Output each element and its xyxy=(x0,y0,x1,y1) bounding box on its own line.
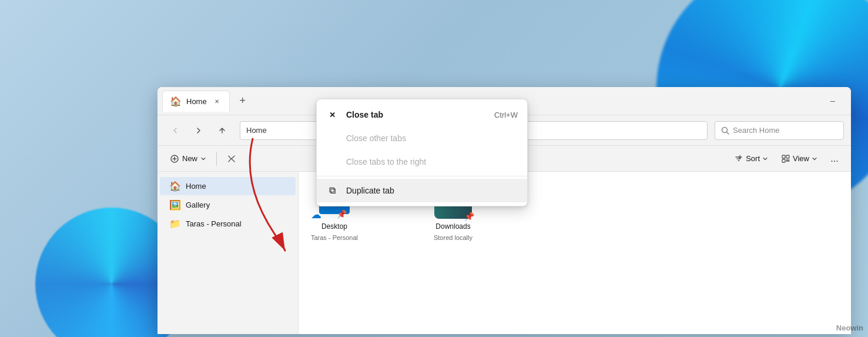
new-chevron-icon xyxy=(201,156,206,161)
more-options-button[interactable]: ... xyxy=(825,149,844,168)
new-button[interactable]: New xyxy=(165,149,212,168)
pin-icon: 📌 xyxy=(337,209,347,219)
new-label: New xyxy=(182,154,197,163)
sidebar-home-label: Home xyxy=(186,182,206,191)
home-tab-icon: 🏠 xyxy=(170,96,182,107)
close-other-label: Close other tabs xyxy=(346,134,406,143)
downloads-file-sub: Stored locally xyxy=(434,234,472,241)
desktop-file-sub: Taras - Personal xyxy=(311,234,358,241)
address-text: Home xyxy=(246,126,267,135)
gallery-sidebar-icon: 🖼️ xyxy=(169,199,181,211)
view-label: View xyxy=(793,154,809,163)
sidebar: 🏠 Home 🖼️ Gallery 📁 Taras - Personal xyxy=(157,172,299,334)
desktop-file-name: Desktop xyxy=(321,222,347,231)
close-tab-label: Close tab xyxy=(346,110,383,119)
close-tab-icon: ✕ xyxy=(326,109,338,121)
close-tab-shortcut: Ctrl+W xyxy=(494,111,518,119)
svg-rect-7 xyxy=(782,159,785,162)
sidebar-item-home[interactable]: 🏠 Home xyxy=(160,177,296,195)
cloud-icon: ☁ xyxy=(311,208,321,221)
separator-1 xyxy=(216,152,217,166)
neowin-watermark: Neowin xyxy=(836,323,863,332)
cut-button[interactable] xyxy=(222,149,242,168)
menu-item-duplicate-tab[interactable]: ⧉ Duplicate tab xyxy=(317,179,527,202)
tab-home[interactable]: 🏠 Home ✕ xyxy=(162,91,230,112)
tab-home-label: Home xyxy=(186,97,207,106)
personal-sidebar-icon: 📁 xyxy=(169,218,181,229)
duplicate-tab-icon: ⧉ xyxy=(326,185,338,196)
sidebar-gallery-label: Gallery xyxy=(186,201,210,209)
up-button[interactable] xyxy=(212,120,233,141)
sidebar-item-personal[interactable]: 📁 Taras - Personal xyxy=(160,215,296,233)
view-chevron-icon xyxy=(812,156,817,161)
close-right-icon xyxy=(326,156,338,168)
menu-item-close-tabs-right: Close tabs to the right xyxy=(317,150,527,173)
menu-item-close-tab[interactable]: ✕ Close tab Ctrl+W xyxy=(317,103,527,126)
sort-icon xyxy=(735,155,743,163)
sort-chevron-icon xyxy=(763,156,768,161)
downloads-file-name: Downloads xyxy=(435,222,470,231)
sort-button[interactable]: Sort xyxy=(729,149,773,168)
pin-icon-downloads: 📌 xyxy=(464,212,474,221)
menu-divider xyxy=(317,176,527,176)
svg-rect-5 xyxy=(782,155,785,158)
window-controls: ─ xyxy=(819,92,846,111)
view-button[interactable]: View xyxy=(776,149,823,168)
more-dots: ... xyxy=(830,154,838,164)
close-tabs-right-label: Close tabs to the right xyxy=(346,157,426,166)
tab-close-button[interactable]: ✕ xyxy=(212,96,222,106)
scissors-icon xyxy=(227,155,236,163)
new-tab-button[interactable]: + xyxy=(233,92,252,111)
forward-button[interactable] xyxy=(188,120,209,141)
sidebar-item-gallery[interactable]: 🖼️ Gallery xyxy=(160,196,296,214)
sort-label: Sort xyxy=(746,154,760,163)
sidebar-personal-label: Taras - Personal xyxy=(186,219,242,228)
back-button[interactable] xyxy=(165,120,186,141)
search-placeholder: Search Home xyxy=(733,126,779,135)
menu-item-close-other-tabs: Close other tabs xyxy=(317,126,527,150)
context-menu: ✕ Close tab Ctrl+W Close other tabs Clos… xyxy=(316,99,528,206)
view-icon xyxy=(782,155,790,163)
svg-rect-6 xyxy=(786,155,789,158)
svg-line-1 xyxy=(727,132,729,134)
minimize-button[interactable]: ─ xyxy=(819,92,846,111)
search-bar[interactable]: Search Home xyxy=(715,121,844,140)
home-sidebar-icon: 🏠 xyxy=(169,181,181,192)
new-plus-icon xyxy=(170,155,179,163)
close-other-icon xyxy=(326,132,338,144)
duplicate-tab-label: Duplicate tab xyxy=(346,186,394,195)
search-icon xyxy=(721,126,729,135)
